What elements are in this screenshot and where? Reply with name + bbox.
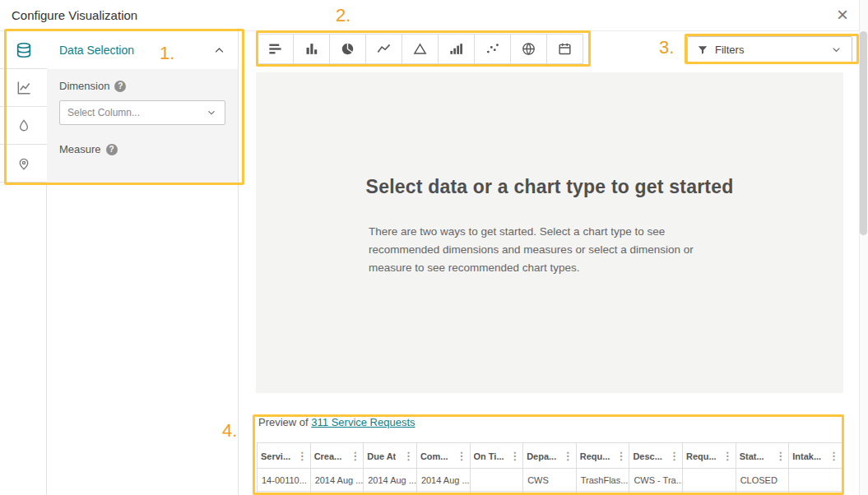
table-cell xyxy=(576,492,629,495)
vertical-scrollbar[interactable] xyxy=(859,0,868,495)
droplet-icon xyxy=(16,118,31,133)
data-selection-panel: Data Selection Dimension ? Select Column… xyxy=(47,31,239,495)
preview-table: Servi...⋮Crea...⋮Due At⋮Com...⋮On Ti...⋮… xyxy=(257,442,842,495)
kebab-menu-icon[interactable]: ⋮ xyxy=(509,450,520,462)
area-chart-button[interactable] xyxy=(402,34,439,64)
scatter-plot-button[interactable] xyxy=(474,34,511,64)
column-chart-icon xyxy=(304,41,319,57)
kebab-menu-icon[interactable]: ⋮ xyxy=(722,450,733,462)
rail-item-data[interactable] xyxy=(0,31,47,69)
map-pin-icon xyxy=(16,156,31,171)
dimension-label-row: Dimension ? xyxy=(59,80,225,92)
panel-title: Data Selection xyxy=(59,44,213,57)
kebab-menu-icon[interactable]: ⋮ xyxy=(297,450,308,462)
column-label: Due At xyxy=(367,451,396,461)
visualization-canvas: Select data or a chart type to get start… xyxy=(256,72,843,393)
table-cell xyxy=(629,492,683,495)
table-cell xyxy=(683,469,736,492)
dataset-link[interactable]: 311 Service Requests xyxy=(311,416,415,428)
column-header[interactable]: Intak...⋮ xyxy=(789,443,842,469)
chevron-up-icon[interactable] xyxy=(213,44,225,57)
preview-table-row: 14-00110...2014 Aug ...2014 Aug ...2014 … xyxy=(258,469,842,492)
table-cell xyxy=(683,492,736,495)
select-placeholder: Select Column... xyxy=(67,107,140,118)
dialog-title: Configure Visualization xyxy=(12,8,137,22)
pie-chart-button[interactable] xyxy=(329,34,366,64)
kebab-menu-icon[interactable]: ⋮ xyxy=(829,450,839,462)
column-header[interactable]: Depa...⋮ xyxy=(523,443,577,469)
column-label: Intak... xyxy=(792,451,821,461)
preview-label: Preview of 311 Service Requests xyxy=(258,416,415,428)
data-selection-header[interactable]: Data Selection xyxy=(47,31,238,69)
measure-label-row: Measure ? xyxy=(59,143,225,155)
measure-label: Measure xyxy=(59,143,101,155)
filters-label: Filters xyxy=(715,44,744,56)
calendar-button[interactable] xyxy=(546,34,583,64)
rail-item-axis-chart[interactable] xyxy=(0,69,47,107)
close-icon[interactable]: × xyxy=(837,3,848,26)
annotation-label-3: 3. xyxy=(659,37,674,58)
table-cell xyxy=(470,469,523,492)
column-header[interactable]: Requ...⋮ xyxy=(576,443,629,469)
column-header[interactable]: Crea...⋮ xyxy=(310,443,364,469)
kebab-menu-icon[interactable]: ⋮ xyxy=(403,450,414,462)
canvas-heading: Select data or a chart type to get start… xyxy=(256,72,843,198)
globe-icon xyxy=(521,41,536,57)
help-icon[interactable]: ? xyxy=(114,81,126,92)
preview-table-row-partial xyxy=(258,492,842,495)
column-header[interactable]: On Ti...⋮ xyxy=(470,443,523,469)
pie-chart-icon xyxy=(340,41,355,57)
kebab-menu-icon[interactable]: ⋮ xyxy=(350,450,360,462)
histogram-icon xyxy=(448,41,464,57)
table-cell xyxy=(789,492,842,495)
dimension-label: Dimension xyxy=(59,80,109,92)
table-cell xyxy=(789,469,842,492)
scatter-plot-icon xyxy=(485,41,500,57)
kebab-menu-icon[interactable]: ⋮ xyxy=(615,450,626,462)
data-selection-body: Dimension ? Select Column... Measure ? xyxy=(47,69,238,184)
column-label: Requ... xyxy=(686,451,717,461)
table-cell: TrashFlas... xyxy=(576,469,629,492)
column-header[interactable]: Due At⋮ xyxy=(364,443,417,469)
table-cell: CWS xyxy=(523,469,577,492)
bar-chart-icon xyxy=(267,41,283,57)
table-cell: 2014 Aug ... xyxy=(364,469,417,492)
bar-chart-button[interactable] xyxy=(257,34,294,64)
help-icon[interactable]: ? xyxy=(106,144,118,155)
table-cell xyxy=(416,492,470,495)
column-header[interactable]: Servi...⋮ xyxy=(258,443,311,469)
map-button[interactable] xyxy=(510,34,547,64)
rail-item-region-map[interactable] xyxy=(0,107,47,145)
table-cell xyxy=(736,492,789,495)
scrollbar-thumb[interactable] xyxy=(860,31,867,235)
column-label: Depa... xyxy=(527,451,556,461)
column-chart-button[interactable] xyxy=(293,34,330,64)
filters-dropdown[interactable]: Filters xyxy=(687,36,852,63)
column-header[interactable]: Requ...⋮ xyxy=(683,443,736,469)
rail-item-point-map[interactable] xyxy=(0,145,47,183)
column-label: On Ti... xyxy=(474,451,504,461)
histogram-button[interactable] xyxy=(438,34,475,64)
chevron-down-icon xyxy=(830,44,842,56)
chart-type-toolbar xyxy=(257,34,583,64)
kebab-menu-icon[interactable]: ⋮ xyxy=(669,450,680,462)
table-cell xyxy=(258,492,311,495)
column-header[interactable]: Stat...⋮ xyxy=(736,443,789,469)
canvas-description: There are two ways to get started. Selec… xyxy=(369,223,731,277)
area-chart-icon xyxy=(412,41,428,57)
column-header[interactable]: Desc...⋮ xyxy=(629,443,683,469)
column-label: Desc... xyxy=(633,451,661,461)
funnel-icon xyxy=(697,44,708,56)
kebab-menu-icon[interactable]: ⋮ xyxy=(457,450,467,462)
dimension-column-select[interactable]: Select Column... xyxy=(59,100,225,125)
column-header[interactable]: Com...⋮ xyxy=(416,443,470,469)
axis-chart-icon xyxy=(16,80,32,96)
kebab-menu-icon[interactable]: ⋮ xyxy=(563,450,573,462)
chevron-down-icon xyxy=(206,107,217,118)
line-chart-button[interactable] xyxy=(365,34,402,64)
line-chart-icon xyxy=(376,41,392,57)
kebab-menu-icon[interactable]: ⋮ xyxy=(775,450,786,462)
table-cell: 14-00110... xyxy=(258,469,311,492)
column-label: Servi... xyxy=(261,451,290,461)
table-cell xyxy=(523,492,577,495)
